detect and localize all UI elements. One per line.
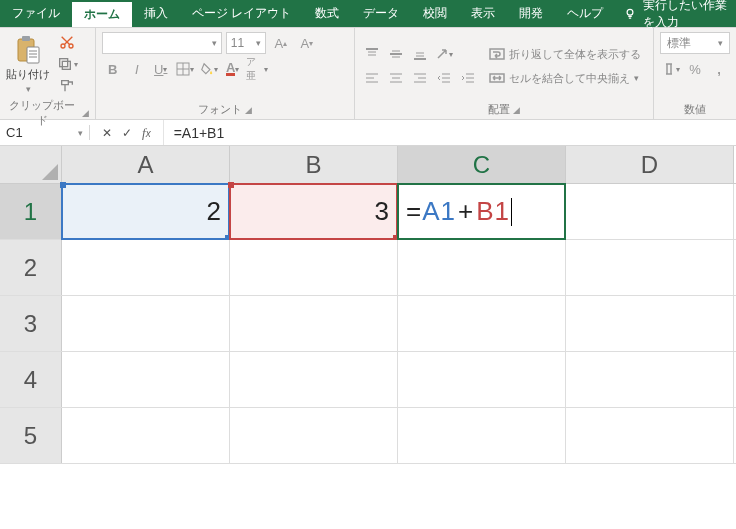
tab-file[interactable]: ファイル: [0, 0, 72, 27]
tab-data[interactable]: データ: [351, 0, 411, 27]
underline-button[interactable]: U▾: [150, 58, 172, 80]
col-header-C[interactable]: C: [398, 146, 566, 183]
row-header-3[interactable]: 3: [0, 296, 62, 351]
wrap-text-button[interactable]: 折り返して全体を表示する: [489, 43, 641, 65]
orientation-button[interactable]: ▾: [433, 43, 455, 65]
clipboard-group-label: クリップボード: [6, 98, 79, 128]
cell-A3[interactable]: [62, 296, 230, 351]
cell-C2[interactable]: [398, 240, 566, 295]
merge-center-button[interactable]: セルを結合して中央揃え ▾: [489, 67, 641, 89]
align-middle-button[interactable]: [385, 43, 407, 65]
ribbon: 貼り付け ▾ ▾ クリップボード◢ ▾ 11▾ A▴ A▾ B I U▾: [0, 28, 736, 120]
lightbulb-icon: [623, 7, 637, 21]
number-format-combo[interactable]: 標準▾: [660, 32, 730, 54]
tab-home[interactable]: ホーム: [72, 0, 132, 27]
format-painter-button[interactable]: [56, 76, 78, 96]
number-group-label: 数値: [684, 102, 706, 117]
tell-me-box[interactable]: 実行したい作業を入力: [615, 0, 736, 27]
col-header-B[interactable]: B: [230, 146, 398, 183]
font-name-combo[interactable]: ▾: [102, 32, 222, 54]
cell-B3[interactable]: [230, 296, 398, 351]
cancel-formula-button[interactable]: ✕: [102, 126, 112, 140]
formula-bar[interactable]: =A1+B1: [164, 125, 736, 141]
cell-C1[interactable]: = A1 + B1: [398, 184, 566, 239]
svg-rect-10: [59, 59, 67, 67]
cell-C3[interactable]: [398, 296, 566, 351]
tab-insert[interactable]: 挿入: [132, 0, 180, 27]
font-group-label: フォント: [198, 102, 242, 117]
text-cursor: [511, 198, 512, 226]
ribbon-tabs: ファイル ホーム 挿入 ページ レイアウト 数式 データ 校閲 表示 開発 ヘル…: [0, 0, 736, 28]
tab-developer[interactable]: 開発: [507, 0, 555, 27]
svg-rect-2: [22, 36, 30, 41]
accounting-format-button[interactable]: ▾: [660, 58, 682, 80]
cell-A5[interactable]: [62, 408, 230, 463]
name-box[interactable]: C1▾: [0, 125, 90, 140]
copy-button[interactable]: ▾: [56, 54, 78, 74]
cell-D4[interactable]: [566, 352, 734, 407]
paste-dropdown-icon[interactable]: ▾: [26, 84, 31, 94]
font-dialog-launcher-icon[interactable]: ◢: [245, 105, 252, 115]
enter-formula-button[interactable]: ✓: [122, 126, 132, 140]
cell-value: 3: [375, 196, 389, 227]
cell-B2[interactable]: [230, 240, 398, 295]
row-header-4[interactable]: 4: [0, 352, 62, 407]
col-header-D[interactable]: D: [566, 146, 734, 183]
decrease-font-button[interactable]: A▾: [296, 32, 318, 54]
group-alignment: ▾ 折り返して全体を表示する セルを結合して中央揃え: [355, 28, 654, 119]
cell-A4[interactable]: [62, 352, 230, 407]
align-bottom-button[interactable]: [409, 43, 431, 65]
row-header-1[interactable]: 1: [0, 184, 62, 239]
paste-button[interactable]: 貼り付け ▾: [6, 35, 50, 94]
tab-view[interactable]: 表示: [459, 0, 507, 27]
increase-indent-button[interactable]: [457, 67, 479, 89]
align-right-button[interactable]: [409, 67, 431, 89]
worksheet-grid: A B C D 1 2 3 = A1 + B1 2: [0, 146, 736, 464]
cell-A1[interactable]: 2: [62, 184, 230, 239]
clipboard-dialog-launcher-icon[interactable]: ◢: [82, 108, 89, 118]
cell-C4[interactable]: [398, 352, 566, 407]
comma-format-button[interactable]: ,: [708, 58, 730, 80]
svg-point-8: [69, 44, 73, 48]
tab-review[interactable]: 校閲: [411, 0, 459, 27]
border-button[interactable]: ▾: [174, 58, 196, 80]
cell-D2[interactable]: [566, 240, 734, 295]
align-top-button[interactable]: [361, 43, 383, 65]
paste-label: 貼り付け: [6, 67, 50, 82]
merge-label: セルを結合して中央揃え: [509, 71, 630, 86]
percent-format-button[interactable]: %: [684, 58, 706, 80]
bold-button[interactable]: B: [102, 58, 124, 80]
svg-rect-9: [62, 61, 70, 69]
tab-help[interactable]: ヘルプ: [555, 0, 615, 27]
paste-icon: [14, 35, 42, 65]
cell-D5[interactable]: [566, 408, 734, 463]
font-size-combo[interactable]: 11▾: [226, 32, 266, 54]
cell-D3[interactable]: [566, 296, 734, 351]
alignment-dialog-launcher-icon[interactable]: ◢: [513, 105, 520, 115]
tab-page-layout[interactable]: ページ レイアウト: [180, 0, 303, 27]
align-left-button[interactable]: [361, 67, 383, 89]
cell-editing-content: = A1 + B1: [406, 196, 512, 227]
cell-B4[interactable]: [230, 352, 398, 407]
font-color-button[interactable]: A▾: [222, 58, 244, 80]
cell-D1[interactable]: [566, 184, 734, 239]
col-header-A[interactable]: A: [62, 146, 230, 183]
cell-B1[interactable]: 3: [230, 184, 398, 239]
cut-button[interactable]: [56, 32, 78, 52]
row-header-5[interactable]: 5: [0, 408, 62, 463]
cell-C5[interactable]: [398, 408, 566, 463]
align-center-button[interactable]: [385, 67, 407, 89]
select-all-corner[interactable]: [0, 146, 62, 183]
cell-B5[interactable]: [230, 408, 398, 463]
tab-formulas[interactable]: 数式: [303, 0, 351, 27]
increase-font-button[interactable]: A▴: [270, 32, 292, 54]
phonetic-button[interactable]: ア亜▾: [246, 58, 268, 80]
cell-A2[interactable]: [62, 240, 230, 295]
row-header-2[interactable]: 2: [0, 240, 62, 295]
fill-color-button[interactable]: ▾: [198, 58, 220, 80]
decrease-indent-button[interactable]: [433, 67, 455, 89]
group-clipboard: 貼り付け ▾ ▾ クリップボード◢: [0, 28, 96, 119]
insert-function-button[interactable]: fx: [142, 125, 151, 141]
italic-button[interactable]: I: [126, 58, 148, 80]
formula-bar-row: C1▾ ✕ ✓ fx =A1+B1: [0, 120, 736, 146]
